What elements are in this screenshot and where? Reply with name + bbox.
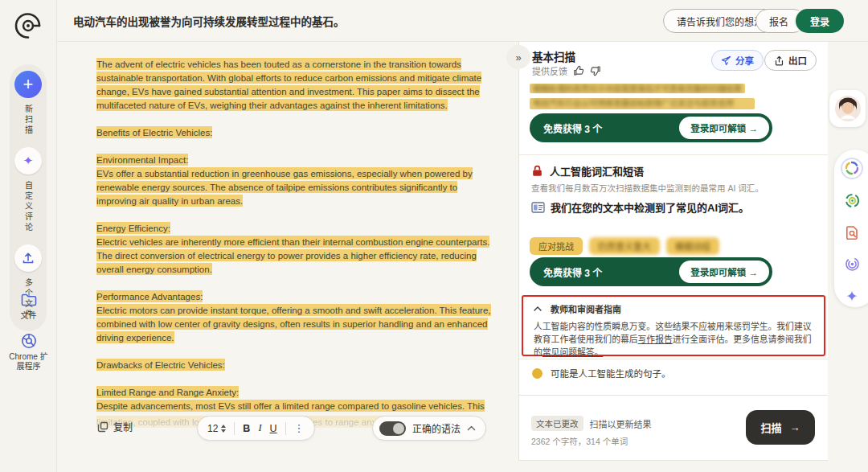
rescan-hint: 扫描以更新结果: [590, 417, 652, 430]
arrow-right-icon: →: [790, 421, 800, 433]
login-unlock-button[interactable]: 登录即可解锁 →: [679, 261, 769, 283]
italic-button[interactable]: I: [258, 422, 261, 434]
assistant-avatar[interactable]: [829, 90, 866, 127]
educator-guide-header[interactable]: 教师和审阅者指南: [534, 302, 813, 315]
panel-collapse-button[interactable]: »: [506, 45, 530, 69]
unlock-banner[interactable]: 免费获得 3 个 登录即可解锁 →: [530, 113, 772, 142]
paper-plane-icon: [721, 55, 731, 66]
detected-vocab-text: 我们在您的文本中检测到了常见的AI词汇。: [551, 199, 749, 215]
format-toolbar: 12 B I U ⋮: [197, 416, 315, 441]
top-bar: 电动汽车的出现被誉为向可持续发展转型过程中的基石。 请告诉我们您的想法 报名 登…: [57, 0, 868, 42]
sparkle-icon: ✦: [845, 287, 858, 306]
legend-text: 可能是人工智能生成的句子。: [551, 367, 671, 380]
copy-icon: [97, 421, 108, 433]
editor-area[interactable]: The advent of electric vehicles has been…: [57, 42, 518, 472]
vocab-tag-blurred: 模糊词组: [666, 237, 719, 255]
detector-toolbar: ✦: [834, 150, 868, 307]
vocab-tag-blurred: 仍然意义重大: [589, 237, 660, 255]
feedback-label: 提供反馈: [532, 64, 567, 77]
ai-sentence-legend: 可能是人工智能生成的句子。: [532, 367, 671, 380]
feedback-row: 提供反馈: [532, 64, 601, 77]
login-unlock-button[interactable]: 登录即可解锁 →: [679, 117, 769, 139]
blurred-highlighted-sentence: 模糊处理的高亮句子内容需登录后才可查看完整的扫描结果: [530, 84, 745, 93]
blurred-highlighted-sentence: 电动汽车行业以可持续发展目标获得广泛关注与投资支持: [530, 98, 755, 109]
thumbs-up-icon[interactable]: [573, 65, 584, 76]
chrome-icon[interactable]: [20, 332, 38, 350]
chevron-up-icon[interactable]: [467, 425, 476, 431]
custom-review-label: 自定义评论: [23, 181, 35, 233]
scan-results-panel: » 基本扫描 提供反馈 分享 出口 模糊处理的高亮句子内容需登录后才可查看完整的…: [518, 42, 828, 461]
upload-icon: [22, 252, 35, 265]
stepper-arrows-icon[interactable]: [221, 425, 226, 433]
plagiarism-tool-icon[interactable]: [841, 190, 863, 211]
avatar-image: [834, 95, 862, 122]
paragraph: Benefits of Electric Vehicles:: [96, 125, 492, 139]
paragraph: The advent of electric vehicles has been…: [96, 57, 492, 112]
ai-scan-tool-icon[interactable]: [841, 158, 863, 179]
faq-link[interactable]: 常见问题解答。: [542, 347, 604, 357]
plus-icon: +: [23, 74, 34, 95]
educator-guide-box: 教师和审阅者指南 人工智能内容的性质瞬息万变。这些结果不应被用来惩罚学生。我们建…: [522, 295, 825, 356]
sparkle-tool-icon[interactable]: ✦: [841, 285, 863, 307]
gptzero-logo-icon[interactable]: [13, 10, 43, 41]
ai-vocab-tags: 应对挑战 仍然意义重大 模糊词组: [530, 237, 719, 255]
paragraph: Environmental Impact: EVs offer a substa…: [96, 153, 492, 207]
divider: [519, 154, 828, 155]
sidebar-bottom-group: 文件 Chrome 扩 展程序: [0, 280, 57, 371]
ai-vocab-subtitle: 查看我们每月数百万次扫描数据集中监测到的最常用 AI 词汇。: [531, 182, 764, 194]
folder-icon[interactable]: [20, 291, 38, 309]
copy-button[interactable]: 复制: [97, 420, 133, 433]
unlock-banner-label: 免费获得 3 个: [530, 121, 679, 135]
paragraph: Limited Range and Range Anxiety: Despite…: [96, 385, 492, 412]
paragraph: Energy Efficiency: Electric vehicles are…: [96, 221, 492, 276]
share-button[interactable]: 分享: [711, 50, 764, 71]
bold-button[interactable]: B: [243, 423, 250, 434]
custom-review-button[interactable]: ✦: [14, 147, 42, 174]
text-changed-badge: 文本已更改: [531, 416, 583, 431]
lock-icon: [531, 165, 543, 177]
grammar-toggle-group: 正确的语法: [372, 416, 486, 441]
sidebar: + 新扫描 ✦ 自定义评论 多个文件 文件 Chro: [0, 0, 57, 472]
ai-vocab-section-header: 人工智能词汇和短语: [531, 163, 644, 179]
chevron-up-icon[interactable]: [534, 306, 542, 311]
vocab-card-icon: [531, 202, 545, 213]
yellow-dot-icon: [532, 368, 542, 379]
grammar-toggle[interactable]: [379, 421, 406, 436]
new-scan-button[interactable]: +: [14, 71, 42, 98]
vocab-tag[interactable]: 应对挑战: [530, 237, 583, 255]
font-size-stepper[interactable]: 12: [207, 423, 226, 434]
multiple-files-button[interactable]: [14, 244, 42, 272]
paragraph: Performance Advantages: Electric motors …: [96, 289, 492, 344]
ai-vocab-title: 人工智能词汇和短语: [550, 163, 644, 179]
export-icon: [774, 55, 784, 66]
new-scan-label: 新扫描: [23, 105, 35, 136]
chrome-extension-label: Chrome 扩 展程序: [9, 352, 47, 371]
underline-button[interactable]: U: [270, 423, 277, 434]
app-root: + 新扫描 ✦ 自定义评论 多个文件 文件 Chro: [0, 0, 868, 472]
panel-title: 基本扫描: [532, 48, 575, 64]
more-options-icon[interactable]: ⋮: [294, 422, 305, 434]
char-word-count: 2362 个字符，314 个单词: [531, 435, 628, 447]
panel-footer: 文本已更改 扫描以更新结果 2362 个字符，314 个单词 扫描 →: [519, 395, 828, 460]
unlock-banner[interactable]: 免费获得 3 个 登录即可解锁 →: [530, 257, 772, 286]
grammar-toggle-label: 正确的语法: [412, 421, 461, 435]
divider: [519, 359, 828, 359]
writing-report-link[interactable]: 写作报告: [638, 335, 673, 344]
paragraph: Drawbacks of Electric Vehicles:: [96, 358, 492, 371]
document-title: 电动汽车的出现被誉为向可持续发展转型过程中的基石。: [73, 13, 345, 29]
login-button[interactable]: 登录: [796, 9, 844, 33]
files-label: 文件: [21, 311, 37, 321]
educator-guide-body: 人工智能内容的性质瞬息万变。这些结果不应被用来惩罚学生。我们建议教育工作者使用我…: [534, 320, 813, 359]
scan-button[interactable]: 扫描 →: [746, 410, 815, 445]
unlock-banner-label: 免费获得 3 个: [530, 265, 679, 279]
educator-guide-title: 教师和审阅者指南: [551, 302, 621, 315]
thumbs-down-icon[interactable]: [590, 65, 601, 76]
export-button[interactable]: 出口: [764, 50, 817, 71]
sparkle-icon: ✦: [23, 154, 34, 168]
document-check-tool-icon[interactable]: [841, 222, 863, 244]
auth-buttons: 报名 登录: [755, 9, 844, 33]
editor-text[interactable]: The advent of electric vehicles has been…: [96, 57, 492, 442]
detected-vocab-row: 我们在您的文本中检测到了常见的AI词汇。: [531, 199, 749, 215]
fingerprint-tool-icon[interactable]: [841, 253, 863, 275]
